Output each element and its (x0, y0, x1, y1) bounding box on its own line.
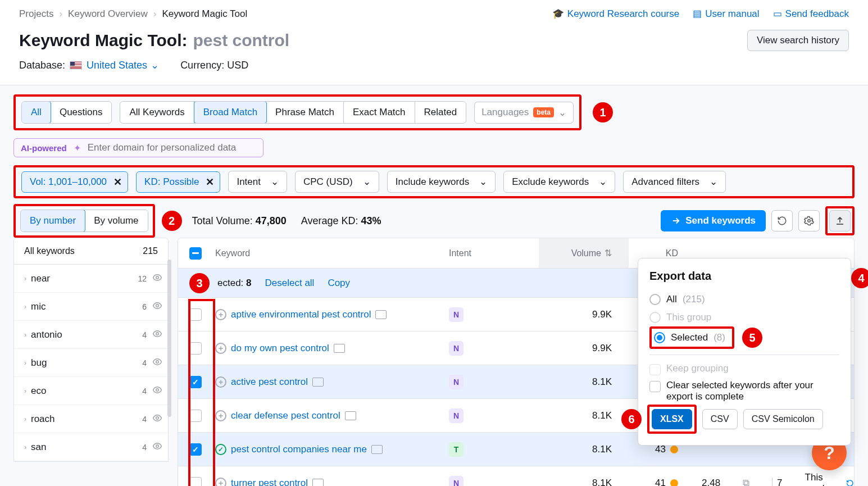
clear-after-export-checkbox[interactable]: Clear selected keywords after your expor… (649, 378, 839, 405)
export-csv-button[interactable]: CSV (702, 409, 738, 429)
plus-circle-icon[interactable]: + (215, 410, 226, 421)
row-checkbox[interactable]: ✓ (189, 376, 202, 388)
link-user-manual[interactable]: ▤User manual (693, 8, 759, 20)
row-checkbox[interactable] (189, 477, 202, 487)
col-volume[interactable]: Volume ⇅ (539, 238, 629, 268)
settings-button[interactable] (798, 210, 820, 231)
serp-link-icon[interactable]: ⧉ (743, 478, 749, 487)
chevron-down-icon: ⌄ (710, 176, 717, 188)
export-option-all[interactable]: All(215) (649, 290, 839, 308)
row-checkbox[interactable] (189, 410, 202, 422)
col-intent[interactable]: Intent (449, 248, 539, 258)
select-all-checkbox[interactable] (189, 247, 202, 260)
radio-icon (649, 312, 661, 323)
close-icon[interactable]: ✕ (206, 176, 214, 188)
serp-icon[interactable] (371, 445, 383, 454)
eye-icon[interactable] (152, 413, 162, 425)
refresh-button[interactable] (771, 210, 793, 231)
serp-icon[interactable] (375, 310, 387, 319)
sidebar-item[interactable]: › near 12 (14, 265, 168, 293)
filter-advanced[interactable]: Advanced filters⌄ (623, 171, 726, 193)
export-xlsx-button[interactable]: XLSX (652, 409, 692, 429)
eye-icon[interactable] (152, 357, 162, 369)
sort-by-number[interactable]: By number (20, 210, 85, 232)
plus-circle-icon[interactable]: + (215, 376, 226, 388)
col-keyword[interactable]: Keyword (213, 248, 449, 258)
tab-all-keywords[interactable]: All Keywords (120, 102, 194, 123)
tab-exact-match[interactable]: Exact Match (344, 102, 415, 123)
serp-icon[interactable] (312, 479, 324, 487)
ai-powered-badge: AI-powered (21, 143, 67, 153)
sidebar-item-count: 4 (142, 387, 147, 396)
chevron-right-icon: › (24, 415, 26, 423)
tab-all[interactable]: All (21, 101, 51, 124)
serp-icon[interactable] (345, 411, 356, 420)
flag-us-icon (70, 61, 82, 70)
summary-stats: Total Volume: 47,800 Average KD: 43% (192, 215, 655, 227)
col-kd[interactable]: KD (629, 248, 685, 258)
sidebar-item[interactable]: › roach 4 (14, 405, 168, 433)
database-selector[interactable]: Database: United States ⌄ (19, 59, 159, 71)
plus-circle-icon[interactable]: + (215, 478, 226, 487)
tab-broad-match[interactable]: Broad Match (194, 101, 267, 124)
page-title: Keyword Magic Tool: pest control (19, 31, 289, 50)
plus-circle-icon[interactable]: + (215, 309, 226, 320)
serp-icon[interactable] (334, 344, 345, 353)
sidebar-item[interactable]: › eco 4 (14, 377, 168, 405)
eye-icon[interactable] (152, 329, 162, 340)
eye-icon[interactable] (152, 301, 162, 312)
crumb-projects[interactable]: Projects (19, 8, 53, 20)
filter-include[interactable]: Include keywords⌄ (387, 171, 496, 193)
languages-dropdown[interactable]: Languages beta ⌄ (474, 102, 574, 124)
filter-chip-volume[interactable]: Vol: 1,001–10,000✕ (21, 171, 128, 193)
export-button[interactable] (829, 210, 851, 231)
row-checkbox[interactable]: ✓ (189, 443, 202, 456)
sidebar-item[interactable]: › san 4 (14, 433, 168, 461)
filter-exclude[interactable]: Exclude keywords⌄ (503, 171, 615, 193)
refresh-icon[interactable] (846, 479, 854, 487)
crumb-keyword-overview[interactable]: Keyword Overview (68, 8, 148, 20)
tab-phrase-match[interactable]: Phrase Match (266, 102, 344, 123)
keyword-link[interactable]: active pest control (231, 376, 308, 388)
export-option-selected[interactable]: Selected(8) (654, 331, 725, 344)
filter-intent[interactable]: Intent⌄ (228, 171, 287, 193)
chevron-right-icon: › (24, 331, 26, 339)
deselect-all-link[interactable]: Deselect all (265, 278, 315, 289)
sidebar-item[interactable]: › antonio 4 (14, 321, 168, 349)
gear-icon (804, 216, 814, 226)
export-csv-semicolon-button[interactable]: CSV Semicolon (743, 409, 823, 429)
sidebar-item-count: 4 (142, 330, 147, 339)
annotation-4: 4 (851, 268, 868, 288)
view-search-history-button[interactable]: View search history (747, 30, 849, 51)
tab-related[interactable]: Related (415, 102, 466, 123)
keyword-link[interactable]: aptive environmental pest control (231, 309, 371, 320)
keyword-link[interactable]: pest control companies near me (231, 444, 367, 455)
eye-icon[interactable] (152, 441, 162, 453)
domain-input[interactable] (88, 142, 256, 153)
tab-questions[interactable]: Questions (51, 102, 112, 123)
sidebar-item[interactable]: › bug 4 (14, 349, 168, 377)
send-keywords-button[interactable]: Send keywords (661, 210, 766, 231)
keyword-link[interactable]: clear defense pest control (231, 410, 340, 421)
serp-icon[interactable] (312, 378, 324, 387)
query-value: pest control (193, 31, 289, 50)
eye-icon[interactable] (152, 385, 162, 397)
sidebar-item-label: antonio (31, 329, 142, 340)
copy-link[interactable]: Copy (328, 278, 350, 289)
ai-domain-input[interactable]: AI-powered ✦ (13, 138, 263, 157)
keyword-link[interactable]: turner pest control (231, 478, 308, 487)
intent-badge: T (449, 442, 463, 457)
keyword-link[interactable]: do my own pest control (231, 343, 329, 354)
filter-chip-kd[interactable]: KD: Possible✕ (136, 171, 220, 193)
eye-icon[interactable] (152, 272, 162, 284)
row-checkbox[interactable] (189, 342, 202, 355)
link-research-course[interactable]: 🎓Keyword Research course (552, 8, 679, 20)
sort-toggle: By number By volume (20, 210, 148, 232)
close-icon[interactable]: ✕ (113, 176, 122, 188)
link-send-feedback[interactable]: ▭Send feedback (773, 8, 849, 20)
sidebar-item[interactable]: › mic 6 (14, 293, 168, 321)
plus-circle-icon[interactable]: + (215, 343, 226, 354)
filter-cpc[interactable]: CPC (USD)⌄ (295, 171, 379, 193)
sort-by-volume[interactable]: By volume (85, 210, 147, 231)
row-checkbox[interactable] (189, 308, 202, 321)
